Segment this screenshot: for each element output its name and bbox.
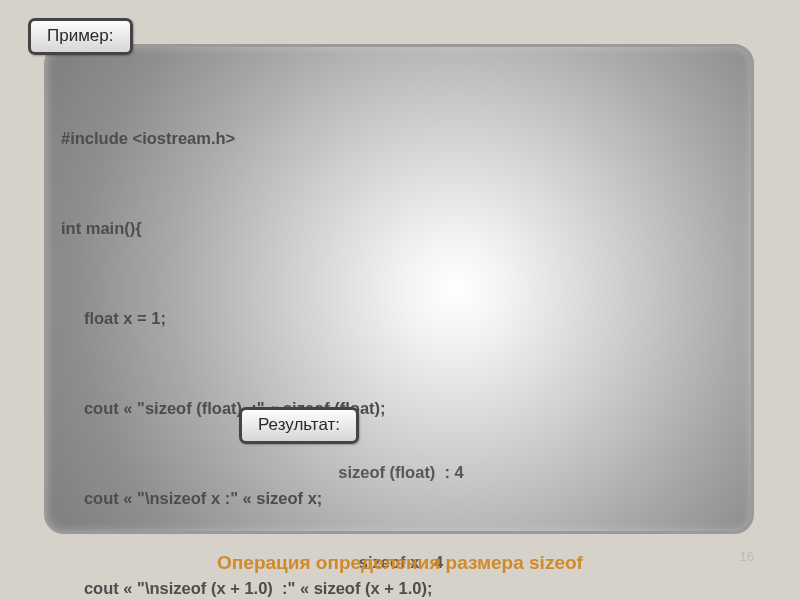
slide-caption: Операция определения размера sizeof [0, 552, 800, 574]
result-badge: Результат: [239, 407, 359, 444]
example-badge: Пример: [28, 18, 133, 55]
page-number: 16 [740, 549, 754, 564]
output-line: sizeof (float) : 4 [61, 457, 741, 487]
code-line: #include <iostream.h> [61, 123, 741, 153]
code-line: int main(){ [61, 213, 741, 243]
content-panel: #include <iostream.h> int main(){ float … [44, 44, 754, 534]
code-line: float x = 1; [61, 303, 741, 333]
